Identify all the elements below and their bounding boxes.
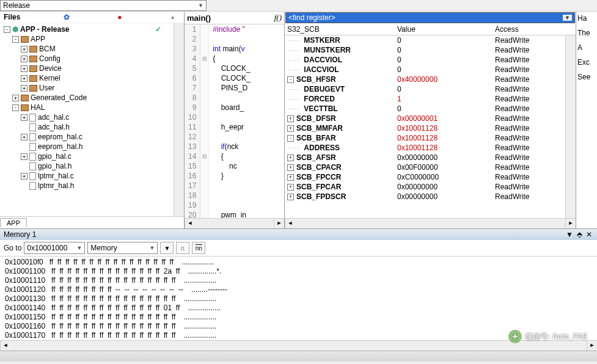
register-row[interactable]: +SCB_DFSR0x00000001ReadWrite — [285, 114, 565, 123]
tree-item[interactable]: -APP — [0, 34, 174, 44]
register-row[interactable]: +SCB_FPDSCR0x00000000ReadWrite — [285, 192, 565, 202]
files-panel: Files ✿ ● ▲ -⬢ APP - Release ✓ -APP+BCM+… — [0, 12, 185, 228]
check-icon: ✓ — [155, 25, 161, 34]
side-panel: Ha The A Exc See — [576, 12, 597, 228]
register-row[interactable]: +SCB_AFSR0x00000000ReadWrite — [285, 153, 565, 162]
tree-item[interactable]: +Config — [0, 54, 174, 64]
tree-item[interactable]: +gpio_hal.c — [0, 151, 174, 161]
fx-icon[interactable]: f() — [274, 13, 282, 23]
dropdown-icon[interactable]: ▼ — [565, 230, 574, 239]
register-columns: S32_SCB Value Access — [285, 24, 576, 35]
reg-hscroll[interactable]: ◄► — [285, 218, 576, 228]
tree-item[interactable]: +lptmr_hal.c — [0, 171, 174, 181]
status-bar — [0, 351, 597, 362]
record-icon[interactable]: ● — [117, 13, 122, 21]
register-row[interactable]: ····DEBUGEVT0ReadWrite — [285, 84, 565, 94]
register-panel: <find register> ▼ S32_SCB Value Access ·… — [285, 12, 576, 228]
tree-item[interactable]: adc_hal.h — [0, 122, 174, 132]
register-row[interactable]: ····FORCED1ReadWrite — [285, 94, 565, 104]
tree-item[interactable]: -HAL — [0, 103, 174, 112]
chevron-down-icon: ▼ — [76, 245, 82, 251]
tree-root[interactable]: -⬢ APP - Release ✓ — [0, 24, 174, 34]
goto-label: Go to — [4, 244, 21, 252]
register-row[interactable]: -SCB_HFSR0x40000000ReadWrite — [285, 75, 565, 84]
col-value: Value — [397, 25, 495, 34]
find-register-input[interactable]: <find register> ▼ — [285, 12, 575, 23]
memory-hex-view[interactable]: 0x100010f0 ff ff ff ff ff ff ff ff ff ff… — [0, 257, 597, 340]
tree-item[interactable]: lptmr_hal.h — [0, 181, 174, 191]
pin-icon[interactable]: ⬘ — [576, 230, 584, 239]
tree-item[interactable]: +Kernel — [0, 73, 174, 83]
register-row[interactable]: ····DACCVIOL0ReadWrite — [285, 55, 565, 65]
gear-icon[interactable]: ✿ — [64, 13, 70, 21]
tool-button-2[interactable]: nn — [192, 242, 205, 254]
code-hscroll[interactable]: ◄► — [185, 218, 284, 228]
release-value: Release — [3, 1, 30, 10]
tree-item[interactable]: +eeprom_hal.c — [0, 132, 174, 142]
tree-item[interactable]: eeprom_hal.h — [0, 142, 174, 151]
memory-view-combo[interactable]: Memory ▼ — [87, 242, 158, 254]
col-name: S32_SCB — [287, 25, 397, 34]
chevron-down-icon: ▼ — [149, 245, 155, 251]
register-list[interactable]: ····MSTKERR0ReadWrite····MUNSTKERR0ReadW… — [285, 35, 565, 218]
dropdown-button[interactable]: ▼ — [160, 242, 174, 254]
register-row[interactable]: +SCB_CPACR0x00F00000ReadWrite — [285, 162, 565, 172]
register-row[interactable]: ····MUNSTKERR0ReadWrite — [285, 45, 565, 55]
close-icon[interactable]: ✕ — [585, 230, 593, 239]
col-access: Access — [495, 25, 573, 34]
function-title: main() — [187, 13, 211, 23]
code-panel: main() f() 12345678910111213141516171819… — [185, 12, 285, 228]
register-row[interactable]: -SCB_BFAR0x10001128ReadWrite — [285, 133, 565, 143]
tree-item[interactable]: +Generated_Code — [0, 93, 174, 103]
memory-titlebar[interactable]: Memory 1 ▼ ⬘ ✕ — [0, 229, 597, 240]
tab-app[interactable]: APP — [0, 218, 27, 227]
release-combo[interactable]: Release ▼ — [0, 0, 207, 11]
goto-address-input[interactable]: 0x10001000 ▼ — [24, 242, 85, 254]
tree-item[interactable]: +Device — [0, 64, 174, 73]
register-row[interactable]: ····ADDRESS0x10001128ReadWrite — [285, 143, 565, 153]
tree-item[interactable]: gpio_hal.h — [0, 161, 174, 171]
scrollbar-v[interactable] — [565, 35, 576, 218]
register-row[interactable]: +SCB_MMFAR0x10001128ReadWrite — [285, 123, 565, 133]
register-row[interactable]: +SCB_FPCAR0x00000000ReadWrite — [285, 182, 565, 192]
memory-panel: Memory 1 ▼ ⬘ ✕ Go to 0x10001000 ▼ Memory… — [0, 228, 597, 351]
files-title: Files — [4, 13, 20, 21]
tree-item[interactable]: +adc_hal.c — [0, 112, 174, 122]
scrollbar-v[interactable] — [174, 23, 184, 216]
register-row[interactable]: ····MSTKERR0ReadWrite — [285, 35, 565, 45]
register-row[interactable]: ····IACCVIOL0ReadWrite — [285, 65, 565, 75]
memory-title: Memory 1 — [4, 230, 36, 239]
files-tabbar: APP — [0, 216, 184, 228]
register-row[interactable]: ····VECTTBL0ReadWrite — [285, 104, 565, 114]
register-row[interactable]: +SCB_FPCCR0xC0000000ReadWrite — [285, 172, 565, 182]
files-header: Files ✿ ● ▲ — [0, 12, 184, 23]
chevron-down-icon: ▼ — [563, 15, 572, 21]
code-editor[interactable]: 1234567891011121314151617181920 ⊟⊟ #incl… — [185, 24, 284, 218]
file-tree[interactable]: -⬢ APP - Release ✓ -APP+BCM+Config+Devic… — [0, 23, 174, 216]
tool-button-1[interactable]: ⎍ — [176, 242, 189, 254]
mem-hscroll[interactable]: ◄► — [0, 340, 597, 351]
chevron-down-icon: ▼ — [198, 2, 203, 9]
tree-item[interactable]: +BCM — [0, 44, 174, 54]
up-icon[interactable]: ▲ — [170, 14, 175, 20]
tree-item[interactable]: +User — [0, 83, 174, 93]
